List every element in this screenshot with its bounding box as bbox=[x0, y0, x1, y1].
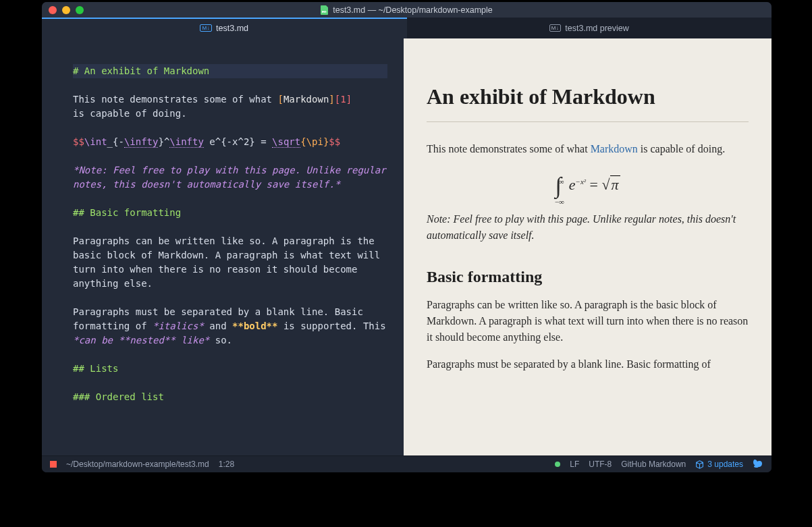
status-encoding[interactable]: UTF-8 bbox=[589, 460, 612, 469]
package-icon bbox=[695, 460, 704, 469]
titlebar: test3.md — ~/Desktop/markdown-example bbox=[42, 2, 772, 18]
markdown-file-icon bbox=[321, 5, 329, 15]
preview-h2: Basic formatting bbox=[427, 268, 749, 286]
editor-line: $$\int_{-\infty}^\infty e^{-x^2} = \sqrt… bbox=[73, 136, 340, 148]
preview-math: ∫∞−∞ e−x² = √π bbox=[427, 169, 749, 195]
editor-line: ## Lists bbox=[73, 363, 118, 374]
status-bar: ~/Desktop/markdown-example/test3.md 1:28… bbox=[42, 455, 772, 472]
preview-note: Note: Feel free to play with this page. … bbox=[427, 211, 749, 244]
preview-paragraph: Paragraphs can be written like so. A par… bbox=[427, 297, 749, 345]
tab-preview[interactable]: M↓ test3.md preview bbox=[407, 18, 772, 38]
editor-line: ### Ordered list bbox=[73, 391, 164, 402]
status-cursor-position[interactable]: 1:28 bbox=[219, 460, 234, 469]
preview-link-markdown[interactable]: Markdown bbox=[591, 143, 638, 155]
preview-paragraph: Paragraphs must be separated by a blank … bbox=[427, 356, 749, 372]
traffic-lights bbox=[49, 6, 84, 14]
status-deprecation-icon[interactable] bbox=[50, 461, 57, 468]
window-title: test3.md — ~/Desktop/markdown-example bbox=[321, 5, 493, 15]
tab-source[interactable]: M↓ test3.md bbox=[42, 18, 407, 38]
maximize-icon[interactable] bbox=[76, 6, 84, 14]
close-icon[interactable] bbox=[49, 6, 57, 14]
tab-label: test3.md preview bbox=[565, 24, 628, 33]
window-title-text: test3.md — ~/Desktop/markdown-example bbox=[333, 5, 493, 15]
preview-h1: An exhibit of Markdown bbox=[427, 84, 749, 109]
preview-paragraph: This note demonstrates some of what Mark… bbox=[427, 141, 749, 157]
preview-divider bbox=[427, 121, 749, 122]
git-status-icon[interactable] bbox=[555, 462, 560, 467]
status-filepath[interactable]: ~/Desktop/markdown-example/test3.md bbox=[66, 460, 209, 469]
editor-line: *Note: Feel free to play with this page.… bbox=[73, 165, 391, 190]
tab-label: test3.md bbox=[216, 24, 248, 33]
tab-bar: M↓ test3.md M↓ test3.md preview bbox=[42, 18, 772, 38]
editor-line: This note demonstrates some of what [Mar… bbox=[73, 94, 352, 119]
preview-pane[interactable]: An exhibit of Markdown This note demonst… bbox=[404, 38, 772, 455]
editor-line: Paragraphs must be separated by a blank … bbox=[73, 306, 391, 345]
markdown-badge-icon: M↓ bbox=[549, 24, 562, 32]
editor-line: # An exhibit of Markdown bbox=[73, 65, 209, 76]
split-panes: # An exhibit of Markdown This note demon… bbox=[42, 38, 772, 455]
status-line-ending[interactable]: LF bbox=[570, 460, 579, 469]
markdown-badge-icon: M↓ bbox=[200, 24, 212, 32]
minimize-icon[interactable] bbox=[62, 6, 70, 14]
editor-pane[interactable]: # An exhibit of Markdown This note demon… bbox=[42, 38, 404, 455]
status-updates[interactable]: 3 updates bbox=[695, 460, 743, 469]
editor-line: ## Basic formatting bbox=[73, 207, 181, 218]
squirrel-icon[interactable] bbox=[753, 458, 763, 471]
status-grammar[interactable]: GitHub Markdown bbox=[621, 460, 686, 469]
editor-window: test3.md — ~/Desktop/markdown-example M↓… bbox=[42, 2, 772, 472]
editor-line: Paragraphs can be written like so. A par… bbox=[73, 235, 386, 289]
